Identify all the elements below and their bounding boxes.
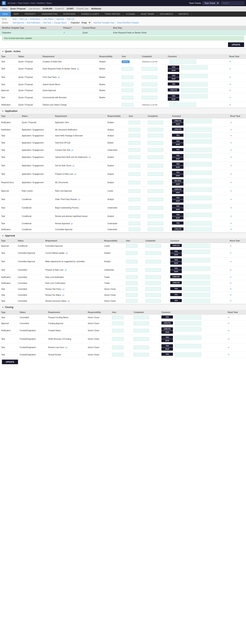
comment-input[interactable]	[185, 196, 212, 200]
tab-asset-mgmt[interactable]: ASSET MGMT	[138, 12, 157, 17]
completed-input[interactable]	[142, 88, 157, 92]
tab-shares-chats[interactable]: SHARES & CHATS	[78, 12, 102, 17]
user-input[interactable]	[112, 329, 124, 332]
completed-input[interactable]	[134, 353, 149, 356]
reset-icon[interactable]: ✏	[230, 269, 232, 271]
btn-yes[interactable]: YES	[168, 82, 179, 86]
btn-yes[interactable]: YES	[170, 293, 182, 296]
reset-icon[interactable]: ✏	[229, 89, 231, 92]
user-input[interactable]	[129, 172, 140, 176]
comment-input[interactable]	[174, 315, 201, 320]
comment-input[interactable]	[181, 66, 208, 70]
btn-yes[interactable]: YES	[170, 267, 182, 270]
user-input[interactable]	[129, 189, 140, 193]
btn-skip[interactable]: SKIP	[172, 122, 184, 126]
reset-icon[interactable]: ✏	[228, 329, 230, 332]
comment-input[interactable]	[183, 299, 210, 303]
requirement-go-link[interactable]: go	[89, 156, 91, 158]
action-add-approval[interactable]: Add Approval	[13, 22, 24, 24]
tab-third-parties[interactable]: THIRD PARTIES	[102, 12, 123, 17]
user-input[interactable]	[126, 252, 138, 255]
btn-yes[interactable]: YES	[162, 344, 173, 347]
user-input[interactable]	[112, 337, 124, 341]
btn-yes[interactable]: YES	[170, 287, 182, 290]
requirement-go-link[interactable]: go	[71, 149, 74, 151]
btn-create[interactable]: CREATE	[168, 88, 179, 92]
completed-input[interactable]	[148, 172, 163, 176]
reset-icon[interactable]: ✏	[229, 76, 231, 79]
comment-input[interactable]	[185, 162, 212, 166]
user-input[interactable]	[126, 268, 138, 272]
comment-input[interactable]	[183, 293, 210, 297]
btn-skip[interactable]: SKIP	[172, 208, 184, 211]
goto-approval[interactable]: Approval	[56, 18, 64, 20]
reset-icon[interactable]: ✏	[230, 190, 232, 192]
completed-input[interactable]	[134, 322, 149, 325]
reset-icon[interactable]: ✏	[230, 173, 232, 176]
comment-input[interactable]	[183, 275, 210, 279]
action-add-template-type[interactable]: Add New Template Type	[94, 22, 114, 24]
btn-skip[interactable]: SKIP	[170, 262, 182, 265]
completed-input[interactable]	[146, 299, 161, 303]
tab-closing[interactable]: CLOSING	[123, 12, 138, 17]
goto-notifications[interactable]: Notifications	[30, 18, 40, 20]
btn-yes[interactable]: YES	[172, 196, 184, 199]
btn-yes[interactable]: YES	[172, 213, 184, 216]
user-input[interactable]	[129, 228, 140, 231]
completed-input[interactable]	[134, 337, 149, 341]
reset-icon[interactable]: ✏	[229, 60, 231, 63]
completed-input[interactable]	[146, 252, 161, 255]
comment-input[interactable]	[183, 244, 210, 248]
reset-icon[interactable]: ✏	[230, 222, 232, 225]
user-input[interactable]	[122, 67, 133, 70]
btn-skip[interactable]: SKIP	[168, 98, 179, 101]
user-input[interactable]	[129, 222, 140, 225]
user-input[interactable]	[126, 287, 138, 291]
user-input[interactable]	[129, 121, 140, 124]
requirement-go-link[interactable]: go	[62, 294, 64, 296]
comment-input[interactable]	[185, 179, 212, 183]
completed-input[interactable]	[142, 76, 157, 79]
tab-deal[interactable]: DEAL	[0, 12, 11, 17]
completed-input[interactable]	[148, 121, 163, 124]
btn-yes[interactable]: YES	[172, 154, 184, 157]
requirement-go-link[interactable]: go	[62, 288, 64, 290]
comment-input[interactable]	[174, 321, 201, 326]
btn-create[interactable]: CREATE	[172, 188, 184, 191]
section-quote[interactable]: ▼ Quote - Active	[0, 48, 246, 54]
btn-skip[interactable]: SKIP	[170, 253, 182, 256]
completed-input[interactable]	[134, 329, 149, 332]
reset-icon[interactable]: ✏	[230, 156, 232, 158]
btn-yes[interactable]: YES	[168, 66, 179, 69]
user-input[interactable]	[129, 164, 140, 168]
reset-icon[interactable]: ✏	[230, 181, 232, 184]
comment-input[interactable]	[185, 204, 212, 209]
comment-input[interactable]	[185, 119, 212, 123]
btn-create[interactable]: CREATE	[172, 228, 184, 230]
completed-input[interactable]	[146, 281, 161, 285]
user-input[interactable]	[129, 141, 140, 144]
btn-yes[interactable]: YES	[172, 148, 184, 151]
reset-icon[interactable]: ✏	[228, 316, 230, 319]
completed-input[interactable]	[134, 316, 149, 319]
requirement-go-link[interactable]: go	[77, 68, 79, 70]
comment-input[interactable]	[185, 171, 212, 175]
comment-input[interactable]	[185, 188, 212, 192]
comment-input[interactable]	[174, 336, 201, 340]
user-input[interactable]	[129, 148, 140, 152]
completed-input[interactable]	[146, 260, 161, 263]
btn-yes[interactable]: YES	[172, 162, 184, 166]
comment-input[interactable]	[185, 221, 212, 226]
tab-property[interactable]: PROPERTY	[22, 12, 39, 17]
reset-icon[interactable]: ✏	[230, 164, 232, 167]
action-change-status[interactable]: Change Status	[54, 22, 66, 24]
btn-yes[interactable]: YES	[172, 171, 184, 174]
requirement-go-link[interactable]: go	[78, 198, 80, 200]
btn-skip[interactable]: SKIP	[172, 182, 184, 186]
user-input[interactable]	[112, 353, 124, 356]
user-input[interactable]	[129, 128, 140, 131]
btn-skip[interactable]: SKIP	[170, 270, 182, 273]
reset-icon[interactable]: ✏	[230, 142, 232, 144]
search-input[interactable]	[221, 2, 244, 5]
reset-icon[interactable]: ✏	[228, 346, 230, 349]
